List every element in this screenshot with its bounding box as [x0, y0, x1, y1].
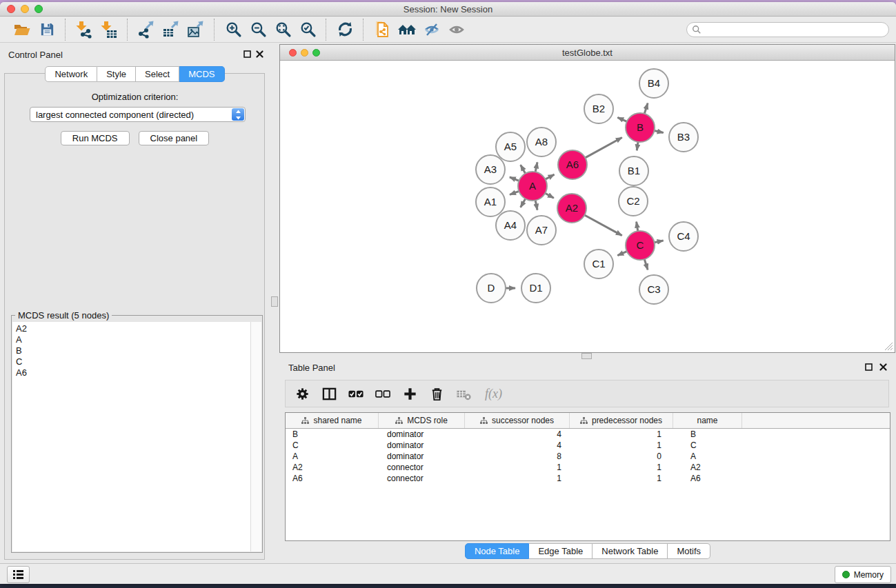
float-table-panel-icon[interactable] [864, 363, 873, 372]
result-item-A2[interactable]: A2 [12, 323, 251, 334]
resize-grip-icon[interactable] [884, 342, 893, 351]
run-mcds-button[interactable]: Run MCDS [61, 131, 130, 145]
mcds-result-list[interactable]: A2ABCA6 [12, 322, 251, 551]
edge-A6-B[interactable] [585, 137, 621, 157]
network-graph[interactable]: B4B2BB3A8A5A6A3B1AA1C2A2A4A7C4CC1DD1C3 [281, 61, 894, 352]
cell[interactable]: dominator [379, 440, 465, 450]
close-panel-button[interactable]: Close panel [139, 131, 210, 145]
cell[interactable]: B [673, 429, 742, 439]
memory-button[interactable]: Memory [835, 566, 891, 583]
home-button[interactable] [395, 18, 419, 41]
deselect-all-button[interactable] [375, 385, 391, 403]
table-row-A6[interactable]: A6connector11A6 [286, 473, 890, 484]
import-network-button[interactable] [72, 18, 97, 41]
zoom-selected-button[interactable] [295, 18, 320, 41]
import-table-button[interactable] [97, 18, 121, 41]
cell[interactable]: 4 [465, 429, 570, 439]
cell[interactable]: connector [379, 463, 465, 472]
edge-A-A8[interactable] [535, 162, 537, 172]
cell[interactable]: A6 [286, 474, 379, 483]
result-item-A6[interactable]: A6 [12, 367, 251, 378]
cell[interactable]: 1 [570, 474, 673, 483]
result-item-B[interactable]: B [12, 345, 251, 356]
add-column-button[interactable] [401, 385, 418, 403]
edge-A-A2[interactable] [545, 193, 554, 198]
cell[interactable]: A6 [673, 474, 742, 483]
edge-A-A4[interactable] [521, 199, 526, 207]
cell[interactable]: B [286, 429, 379, 439]
cell[interactable]: 1 [570, 440, 673, 450]
hide-graphics-details-button[interactable] [419, 18, 444, 41]
table-row-A2[interactable]: A2connector11A2 [286, 462, 890, 473]
close-table-panel-icon[interactable] [879, 363, 888, 372]
cell[interactable]: 4 [465, 440, 570, 450]
network-window-titlebar[interactable]: testGlobe.txt [280, 45, 895, 61]
apply-layout-button[interactable] [332, 18, 357, 41]
edge-B-B4[interactable] [644, 103, 648, 114]
edge-A-A3[interactable] [510, 177, 519, 181]
edge-A2-C[interactable] [584, 215, 621, 236]
show-columns-button[interactable] [321, 385, 337, 403]
search-input[interactable] [705, 23, 888, 37]
close-panel-icon[interactable] [255, 50, 264, 59]
tab-node-table[interactable]: Node Table [465, 543, 530, 559]
edge-B-B3[interactable] [654, 131, 663, 133]
tab-network-table[interactable]: Network Table [593, 543, 668, 559]
column-header-shared-name[interactable]: shared name [286, 413, 379, 428]
edge-A-A5[interactable] [521, 165, 526, 174]
export-image-button[interactable] [183, 18, 208, 41]
export-network-button[interactable] [134, 18, 159, 41]
table-settings-button[interactable] [294, 385, 310, 403]
edge-C-C1[interactable] [617, 252, 626, 256]
export-table-button[interactable] [159, 18, 183, 41]
delete-column-button[interactable] [428, 385, 445, 403]
open-session-button[interactable] [10, 18, 34, 41]
tab-style[interactable]: Style [97, 66, 136, 82]
zoom-in-button[interactable] [221, 18, 246, 41]
cell[interactable]: 1 [465, 474, 570, 483]
zoom-fit-button[interactable] [270, 18, 295, 41]
column-header-name[interactable]: name [673, 413, 742, 428]
task-history-button[interactable] [7, 566, 30, 583]
cell[interactable]: dominator [379, 452, 465, 461]
edge-B-B2[interactable] [617, 117, 626, 121]
edge-A-A1[interactable] [510, 191, 519, 194]
edge-C-C4[interactable] [655, 241, 664, 243]
float-panel-icon[interactable] [243, 50, 252, 59]
cell[interactable]: 1 [465, 463, 570, 472]
edge-C-C2[interactable] [637, 222, 638, 232]
cell[interactable]: A [286, 452, 379, 461]
app-titlebar[interactable]: Session: New Session [0, 2, 896, 17]
criterion-select[interactable]: largest connected component (directed) [30, 107, 246, 122]
delete-table-button[interactable] [455, 385, 472, 403]
cell[interactable]: 1 [570, 463, 673, 472]
column-header-predecessor-nodes[interactable]: predecessor nodes [570, 413, 673, 428]
table-row-A[interactable]: Adominator80A [286, 451, 890, 462]
tab-network[interactable]: Network [45, 66, 97, 82]
cell[interactable]: connector [379, 474, 465, 483]
cell[interactable]: A2 [673, 463, 742, 472]
cell[interactable]: 1 [570, 429, 673, 439]
edge-A-A6[interactable] [546, 174, 555, 179]
tab-edge-table[interactable]: Edge Table [529, 543, 593, 559]
edge-A-A7[interactable] [535, 201, 537, 210]
cell[interactable]: dominator [379, 429, 465, 439]
column-header-MCDS-role[interactable]: MCDS role [379, 413, 465, 428]
select-all-button[interactable] [348, 385, 364, 403]
vertical-splitter-handle[interactable] [271, 296, 278, 307]
zoom-out-button[interactable] [246, 18, 270, 41]
cell[interactable]: C [286, 440, 379, 450]
tab-select[interactable]: Select [136, 66, 179, 82]
result-item-C[interactable]: C [12, 356, 251, 367]
cell[interactable]: 8 [465, 452, 570, 461]
tab-motifs[interactable]: Motifs [668, 543, 710, 559]
edge-C-C3[interactable] [644, 259, 648, 270]
network-canvas[interactable]: B4B2BB3A8A5A6A3B1AA1C2A2A4A7C4CC1DD1C3 [281, 61, 894, 352]
show-graphics-details-button[interactable] [444, 18, 469, 41]
cell[interactable]: C [673, 440, 742, 450]
column-header-successor-nodes[interactable]: successor nodes [465, 413, 570, 428]
result-list-scrollbar[interactable] [250, 322, 261, 551]
cell[interactable]: A [673, 452, 742, 461]
cell[interactable]: A2 [286, 463, 379, 472]
new-network-from-file-button[interactable] [370, 18, 395, 41]
